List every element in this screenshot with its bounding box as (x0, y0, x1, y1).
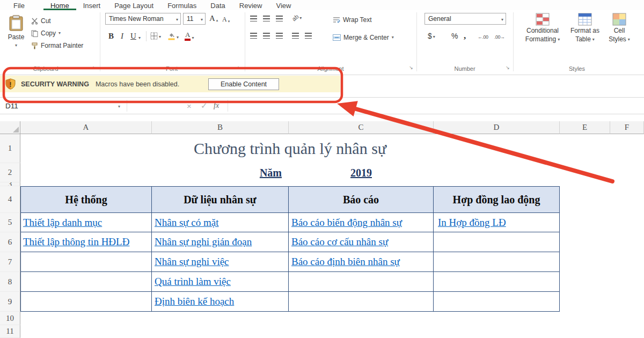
insert-function-button[interactable]: fx (214, 98, 219, 114)
column-header-d[interactable]: D (434, 121, 560, 134)
bottom-align-button[interactable] (276, 16, 283, 21)
comma-style-button[interactable]: , (464, 32, 466, 39)
row-header-4[interactable]: 4 (0, 186, 20, 213)
align-left-button[interactable] (250, 33, 257, 39)
cell-d9[interactable] (434, 292, 560, 312)
row-header-6[interactable]: 6 (0, 232, 20, 252)
cell-c6-link[interactable]: Báo cáo cơ cấu nhân sự (289, 232, 434, 252)
cell-b6-link[interactable]: Nhân sự nghỉ gián đoạn (152, 232, 289, 252)
row-header-2[interactable]: 2 (0, 163, 20, 182)
font-size-combobox[interactable]: 11 ▾ (183, 13, 206, 25)
number-dialog-launcher-icon[interactable]: ↘ (504, 65, 511, 70)
cell-b9-link[interactable]: Định biên kế hoạch (152, 292, 289, 312)
cell-c5-link[interactable]: Báo cáo biến động nhân sự (289, 213, 434, 232)
row-header-5[interactable]: 5 (0, 213, 20, 232)
increase-font-size-button[interactable]: A ▴ (209, 14, 218, 23)
cell-a8[interactable] (20, 272, 152, 292)
alignment-dialog-launcher-icon[interactable]: ↘ (408, 65, 414, 70)
orientation-button[interactable]: ab ▾ (292, 14, 302, 21)
tab-formulas[interactable]: Formulas (160, 0, 203, 10)
cell-a7[interactable] (20, 252, 152, 272)
tab-data[interactable]: Data (203, 0, 232, 10)
decrease-indent-button[interactable] (292, 33, 299, 39)
cell-c4-table-header[interactable]: Báo cáo (289, 186, 434, 213)
cell-d5-link[interactable]: In Hợp đồng LĐ (434, 213, 560, 232)
cell-c9[interactable] (289, 292, 434, 312)
borders-button[interactable]: ▾ (150, 32, 161, 40)
font-name-combobox[interactable]: Times New Roman ▾ (105, 13, 181, 25)
column-header-a[interactable]: A (20, 121, 152, 134)
row-header-10[interactable]: 10 (0, 312, 20, 325)
cell-b2-year-label[interactable]: Năm (152, 163, 289, 182)
row-header-11[interactable]: 11 (0, 325, 20, 338)
row-header-8[interactable]: 8 (0, 272, 20, 292)
wrap-text-button[interactable]: Wrap Text (333, 14, 372, 25)
align-center-button[interactable] (263, 33, 270, 39)
decrease-decimal-button[interactable]: .00→ (494, 34, 505, 40)
tab-review[interactable]: Review (232, 0, 269, 10)
tab-insert[interactable]: Insert (76, 0, 108, 10)
cell-c7-link[interactable]: Báo cáo định biên nhân sự (289, 252, 434, 272)
fill-color-button[interactable]: ▾ (167, 32, 179, 40)
enable-content-button[interactable]: Enable Content (208, 78, 279, 90)
name-box-caret-icon[interactable]: ▾ (118, 104, 120, 109)
merge-center-button[interactable]: Merge & Center ▾ (333, 32, 394, 43)
font-color-button[interactable]: A ▾ (185, 32, 194, 41)
name-box[interactable]: D11 (0, 98, 126, 114)
cell-d8[interactable] (434, 272, 560, 292)
font-dialog-launcher-icon[interactable]: ↘ (236, 65, 243, 70)
percent-style-button[interactable]: % (451, 32, 458, 40)
cell-c8[interactable] (289, 272, 434, 292)
increase-decimal-button[interactable]: ←.00 (478, 34, 488, 40)
decrease-decimal-icon: .00→ (494, 34, 505, 40)
decrease-font-size-button[interactable]: A ▾ (222, 16, 230, 24)
column-header-c[interactable]: C (289, 121, 434, 134)
top-align-button[interactable] (250, 16, 257, 21)
cell-d6[interactable] (434, 232, 560, 252)
bold-button[interactable]: B (108, 32, 114, 41)
cell-b7-link[interactable]: Nhân sự nghỉ việc (152, 252, 289, 272)
underline-caret-icon[interactable]: ▾ (138, 35, 141, 41)
cut-button[interactable]: Cut (31, 16, 51, 26)
row-header-9[interactable]: 9 (0, 292, 20, 312)
conditional-formatting-button[interactable]: Conditional Formatting▾ (522, 13, 564, 43)
cell-a4-table-header[interactable]: Hệ thống (20, 186, 152, 213)
cancel-button[interactable]: × (187, 98, 192, 114)
column-header-b[interactable]: B (152, 121, 289, 134)
cell-d7[interactable] (434, 252, 560, 272)
row-header-7[interactable]: 7 (0, 252, 20, 272)
format-painter-button[interactable]: Format Painter (31, 40, 83, 51)
tab-home[interactable]: Home (43, 0, 76, 10)
paste-button[interactable]: Paste ▾ (3, 12, 29, 64)
italic-button[interactable]: I (121, 32, 123, 41)
cell-a6-link[interactable]: Thiết lập thông tin HĐLĐ (20, 232, 152, 252)
cell-title[interactable]: Chương trình quản lý nhân sự (20, 134, 560, 163)
formula-input[interactable] (229, 98, 644, 114)
copy-button[interactable]: Copy ▾ (31, 28, 61, 39)
cell-b4-table-header[interactable]: Dữ liệu nhân sự (152, 186, 289, 213)
clipboard-dialog-launcher-icon[interactable]: ↘ (91, 65, 98, 70)
select-all-corner[interactable] (0, 121, 20, 134)
cell-d4-table-header[interactable]: Hợp đồng lao động (434, 186, 560, 213)
cell-b8-link[interactable]: Quá trình làm việc (152, 272, 289, 292)
column-header-e[interactable]: E (560, 121, 610, 134)
align-right-button[interactable] (276, 33, 283, 39)
cell-c2-year-value[interactable]: 2019 (289, 163, 434, 182)
middle-align-button[interactable] (263, 16, 270, 21)
tab-view[interactable]: View (269, 0, 298, 10)
row-header-1[interactable]: 1 (0, 134, 20, 163)
column-header-f[interactable]: F (610, 121, 644, 134)
increase-indent-button[interactable] (305, 33, 312, 39)
underline-button[interactable]: U (130, 32, 136, 41)
cell-styles-button[interactable]: Cell Styles▾ (604, 13, 634, 43)
enter-button[interactable]: ✓ (201, 98, 208, 114)
cell-a9[interactable] (20, 292, 152, 312)
tab-page-layout[interactable]: Page Layout (107, 0, 160, 10)
tab-file[interactable]: File (6, 0, 32, 10)
format-as-table-button[interactable]: Format as Table▾ (568, 13, 602, 43)
cell-b5-link[interactable]: Nhân sự có mặt (152, 213, 289, 232)
accounting-format-button[interactable]: $ ▾ (428, 32, 435, 40)
cell-a5-link[interactable]: Thiết lập danh mục (20, 213, 152, 232)
row-header-3[interactable]: 3 (0, 182, 20, 186)
number-format-combobox[interactable]: General ▾ (425, 13, 506, 25)
